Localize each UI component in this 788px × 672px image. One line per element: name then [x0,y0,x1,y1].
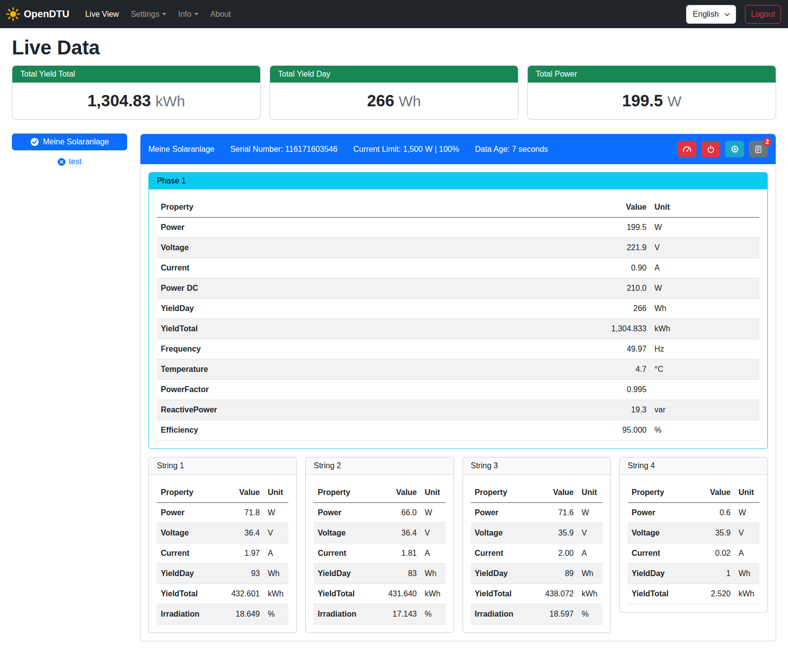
check-circle-icon [30,137,39,146]
cell-value: 438.072 [531,584,578,604]
cell-value: 221.9 [581,238,650,258]
cell-unit: % [650,420,759,441]
power-settings-button[interactable] [701,141,720,157]
nav-item-info[interactable]: Info [173,6,203,23]
table-row: Voltage 36.4 V [157,523,288,543]
string-card-title: String 4 [620,457,767,475]
cell-property: Current [157,258,581,278]
table-row: Voltage 221.9 V [157,238,759,258]
cell-unit: Wh [735,564,759,584]
cell-property: Efficiency [157,420,581,441]
cell-property: Current [471,543,531,564]
cell-unit: A [421,543,446,564]
inverter-select-label: Meine Solaranlage [43,137,109,146]
device-info-button[interactable] [725,141,744,157]
string-card-title: String 3 [463,457,610,475]
table-row: Power 199.5 W [157,218,759,238]
cell-unit: kWh [578,584,603,604]
inverter-name: Meine Solaranlage [148,145,214,154]
string-table: Property Value Unit Power [628,483,759,604]
cell-property: Power [471,503,531,523]
cell-unit [650,380,759,400]
inverter-select-button[interactable]: Meine Solaranlage [12,134,127,150]
cell-property: YieldTotal [157,584,217,604]
nav-item-settings[interactable]: Settings [126,6,171,23]
chevron-down-icon [162,13,166,15]
cell-value: 71.8 [217,503,264,523]
column-header-property: Property [628,483,688,503]
cell-property: YieldDay [628,564,688,584]
cell-unit: Wh [421,564,446,584]
cell-value: 0.995 [581,380,650,400]
cell-value: 71.6 [531,503,578,523]
string-table: Property Value Unit Power [314,483,445,625]
cell-property: Power DC [157,278,581,299]
cell-unit: V [578,523,603,543]
cell-property: Temperature [157,359,581,380]
cell-value: 1 [688,564,735,584]
limit-settings-button[interactable] [678,141,696,157]
gauge-icon [682,144,692,154]
cell-unit: kWh [735,584,759,604]
cell-value: 17.143 [374,604,421,625]
page-title: Live Data [12,37,776,58]
cell-unit: W [421,503,446,523]
column-header-value: Value [374,483,421,503]
table-row: Voltage 36.4 V [314,523,445,543]
brand[interactable]: OpenDTU [6,7,69,21]
language-select[interactable]: English [686,5,736,24]
cell-property: YieldDay [157,299,581,319]
navbar-right: English Logout [686,5,782,24]
cell-property: YieldTotal [157,319,581,339]
cell-property: YieldDay [471,564,531,584]
string-card-title: String 2 [306,457,453,475]
cell-unit: W [578,503,603,523]
cell-property: YieldTotal [471,584,531,604]
cell-property: Power [157,218,581,238]
language-select-value: English [693,10,719,19]
cell-unit: Wh [650,299,759,319]
string-table: Property Value Unit Power [471,483,603,625]
cell-value: 1.97 [217,543,264,564]
summary-card-value: 199.5 [622,91,663,110]
cell-unit: °C [650,359,759,380]
cell-property: YieldTotal [314,584,373,604]
cell-property: YieldDay [314,564,373,584]
table-header-row: Property Value Unit [628,483,759,503]
cell-value: 1.81 [374,543,421,564]
nav-item-about[interactable]: About [205,6,236,23]
sun-icon [6,7,20,21]
summary-card-title: Total Power [528,66,776,83]
cell-property: Voltage [157,238,581,258]
event-log-button[interactable]: 2 [749,141,768,157]
cell-value: 4.7 [581,359,650,380]
table-row: Power 66.0 W [314,503,445,523]
table-row: Power 71.8 W [157,503,288,523]
nav-item-label: Info [178,10,191,19]
table-row: Irradiation 18.649 % [157,604,288,625]
summary-card-title: Total Yield Total [12,66,260,83]
cell-value: 2.00 [531,543,578,564]
table-row: YieldDay 83 Wh [314,564,445,584]
table-row: Voltage 35.9 V [471,523,603,543]
phase-table: Property Value Unit Power [157,197,759,441]
nav-links: Live View Settings Info About [80,6,236,23]
inverter-data-age: Data Age: 7 seconds [475,145,548,154]
cell-unit: Wh [264,564,288,584]
tag-filter-test[interactable]: test [12,157,127,166]
cell-value: 432.601 [217,584,264,604]
nav-item-live-view[interactable]: Live View [80,6,124,23]
cell-property: Voltage [471,523,531,543]
inverter-panel: Meine Solaranlage Serial Number: 1161716… [140,134,776,641]
cell-unit: A [735,543,759,564]
table-row: Current 1.97 A [157,543,288,564]
cell-unit: kWh [264,584,288,604]
logout-button[interactable]: Logout [745,5,781,24]
column-header-value: Value [217,483,264,503]
cell-unit: kWh [650,319,759,339]
chevron-down-icon [194,13,198,15]
cell-property: Power [157,503,217,523]
string-card-4: String 4 Property Value Unit [619,457,768,613]
cell-unit: % [421,604,446,625]
table-row: YieldDay 93 Wh [157,564,288,584]
